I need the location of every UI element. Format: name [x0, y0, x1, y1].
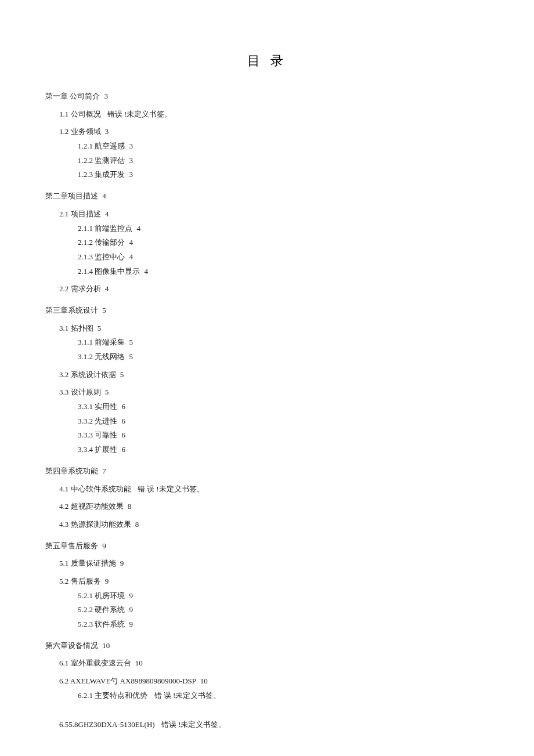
document-page: 目 录 第一章 公司简介 3 1.1 公司概况 错误 !未定义书签。 1.2 业… [0, 0, 534, 756]
toc-page: 9 [102, 541, 106, 550]
toc-num: 3.1.1 [78, 338, 93, 346]
toc-num: 3.1.2 [78, 352, 93, 361]
toc-chapter: 第二章项目描述 4 [45, 189, 489, 204]
toc-label: 主要特点和优势 [95, 691, 147, 700]
toc-entry: 1.2 业务领域 3 [59, 125, 489, 139]
toc-entry: 3.1.2 无线网络 5 [78, 350, 489, 364]
toc-label: 室外重载变速云台 [71, 659, 131, 667]
toc-entry: 6.1 室外重载变速云台 10 [59, 656, 489, 671]
toc-entry: 1.1 公司概况 错误 !未定义书签。 [59, 107, 489, 122]
toc-label: 公司概况 [71, 110, 101, 118]
toc-num: 3.3.4 [78, 445, 93, 454]
toc-num: 2.2 [59, 284, 68, 293]
toc-label: 需求分析 [71, 284, 101, 293]
toc-chapter: 第四章系统功能 7 [45, 464, 489, 479]
toc-entry: 1.2.2 监测评估 3 [78, 154, 489, 168]
toc-page: 5 [120, 370, 124, 379]
toc-entry: 3.2 系统设计依据 5 [59, 368, 489, 382]
toc-page: 10 [102, 641, 110, 650]
toc-error: 错 误 !未定义书签。 [138, 484, 204, 493]
toc-num: 5.1 [59, 559, 68, 567]
toc-page: 5 [105, 388, 109, 396]
toc-label: 机房环境 [95, 591, 125, 600]
toc-entry: 3.3.3 可靠性 6 [78, 428, 489, 443]
toc-label: 可靠性 [95, 431, 117, 439]
toc-page: 3 [129, 156, 134, 165]
toc-page: 4 [105, 284, 109, 293]
toc-entry: 2.1 项目描述 4 [59, 207, 489, 222]
toc-entry: 2.2 需求分析 4 [59, 282, 489, 296]
toc-num: 1.2.1 [78, 142, 93, 150]
toc-page: 4 [137, 224, 141, 233]
toc-page: 9 [120, 559, 124, 567]
toc-num: 3.3.2 [78, 417, 93, 425]
toc-chapter: 第一章 公司简介 3 [45, 89, 489, 104]
toc-page: 8 [128, 502, 132, 511]
toc-num: 1.2.3 [78, 170, 93, 179]
toc-page: 5 [98, 324, 102, 332]
toc-label: 软件系统 [95, 620, 125, 628]
toc-label: 集成开发 [95, 170, 125, 179]
toc-page: 5 [129, 338, 134, 346]
toc-page: 3 [104, 92, 109, 100]
toc-label: 中心软件系统功能 [71, 484, 131, 493]
toc-entry: 5.2 售后服务 9 [59, 574, 489, 589]
toc-entry: 5.1 质量保证措施 9 [59, 556, 489, 571]
toc-page: 4 [129, 238, 134, 247]
toc-heading: 第六章设备情况 [45, 641, 98, 650]
toc-num: 5.2.2 [78, 605, 93, 614]
toc-num: 1.2.2 [78, 156, 93, 165]
toc-entry: 3.3.1 实用性 6 [78, 400, 489, 414]
toc-num: 2.1.1 [78, 224, 93, 233]
toc-entry: 6.2 AXELWAVE勺 AX8989809809000-DSP 10 [59, 674, 489, 689]
toc-num: 6.2 [59, 677, 68, 685]
toc-entry: 3.3 设计原则 5 [59, 385, 489, 400]
toc-chapter: 第五章售后服务 9 [45, 539, 489, 554]
toc-entry: 5.2.1 机房环境 9 [78, 589, 489, 603]
toc-label: 监控中心 [95, 252, 125, 261]
toc-entry: 2.1.3 监控中心 4 [78, 250, 489, 265]
toc-label: 设计原则 [71, 388, 101, 396]
toc-heading: 第四章系统功能 [45, 466, 98, 475]
toc-num: 4.3 [59, 520, 68, 529]
toc-page: 9 [129, 620, 134, 628]
toc-label: 扩展性 [95, 445, 117, 454]
toc-page: 9 [129, 605, 134, 614]
toc-entry: 2.1.2 传输部分 4 [78, 236, 489, 250]
toc-heading: 第三章系统设计 [45, 306, 98, 314]
toc-entry: 3.1 拓扑图 5 [59, 321, 489, 336]
toc-entry: 6.55.8GHZ30DXA-5130EL(H) 错误 !未定义书签。 [59, 718, 489, 732]
toc-label: 无线网络 [95, 352, 125, 361]
toc-label: 业务领域 [71, 127, 101, 136]
toc-entry: 6.2.1 主要特点和优势 错 误 !未定义书签。 [78, 689, 489, 703]
toc-num: 3.1 [59, 324, 68, 332]
toc-page: 3 [105, 127, 109, 136]
toc-page: 10 [200, 677, 208, 685]
toc-label: 拓扑图 [71, 324, 93, 332]
toc-entry: 3.1.1 前端采集 5 [78, 335, 489, 350]
toc-num: 2.1 [59, 209, 68, 218]
toc-heading: 第二章项目描述 [45, 191, 98, 200]
toc-page: 6 [122, 445, 126, 454]
toc-label: 实用性 [95, 402, 117, 411]
toc-num: 2.1.2 [78, 238, 93, 247]
toc-label: 质量保证措施 [71, 559, 116, 567]
toc-num: 1.2 [59, 127, 68, 136]
toc-num: 3.3.1 [78, 402, 93, 411]
toc-title: 目 录 [45, 52, 489, 70]
toc-entry: 5.2.3 软件系统 9 [78, 617, 489, 632]
toc-num: 1.1 [59, 110, 68, 118]
toc-page: 4 [129, 252, 134, 261]
toc-label: 超视距功能效果 [71, 502, 124, 511]
toc-num: 6.1 [59, 659, 68, 667]
toc-entry: 3.3.4 扩展性 6 [78, 443, 489, 457]
toc-entry: 4.1 中心软件系统功能 错 误 !未定义书签。 [59, 482, 489, 497]
toc-page: 4 [102, 191, 106, 200]
toc-page: 4 [145, 267, 149, 276]
toc-entry: 1.2.3 集成开发 3 [78, 168, 489, 182]
toc-label: 售后服务 [71, 577, 101, 585]
toc-entry: 3.3.2 先进性 6 [78, 414, 489, 429]
toc-num: 5.2 [59, 577, 68, 585]
toc-page: 6 [122, 417, 126, 425]
toc-num: 3.3 [59, 388, 68, 396]
